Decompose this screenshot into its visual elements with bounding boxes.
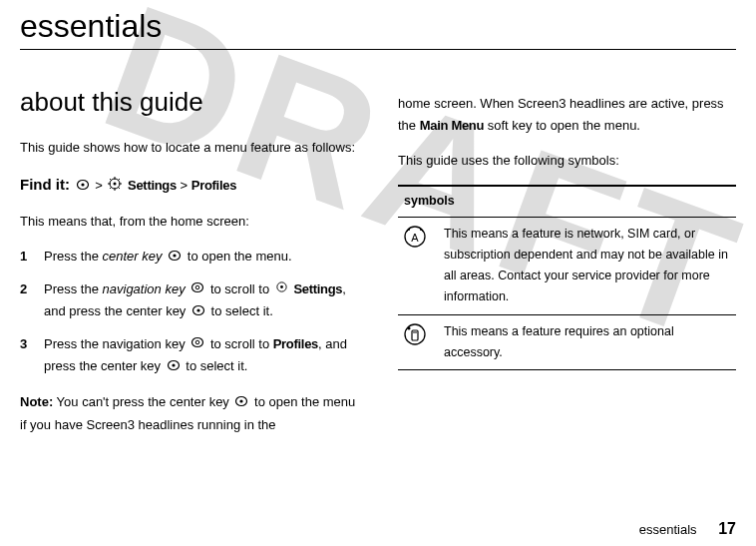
svg-point-31	[420, 229, 422, 231]
step-number: 1	[20, 246, 44, 269]
svg-point-32	[405, 324, 425, 344]
step-number: 3	[20, 333, 44, 378]
svg-point-20	[192, 338, 203, 347]
find-it-settings: Settings	[128, 178, 177, 193]
svg-point-17	[280, 285, 283, 288]
center-key-icon	[167, 356, 181, 378]
svg-point-25	[240, 399, 243, 402]
text: You can't press the center key	[53, 394, 232, 409]
svg-line-9	[118, 187, 120, 189]
center-key-icon	[76, 176, 90, 198]
symbols-table: symbols A This means a feature is networ…	[398, 185, 736, 370]
step-2: 2 Press the navigation key to scroll to …	[20, 278, 358, 323]
accessory-required-icon	[398, 314, 438, 370]
right-column: home screen. When Screen3 headlines are …	[398, 80, 736, 449]
svg-line-10	[110, 187, 112, 189]
svg-point-19	[196, 308, 199, 311]
network-dependent-icon: A	[398, 217, 438, 314]
svg-line-8	[110, 179, 112, 181]
settings-gear-icon	[275, 278, 288, 300]
text: to open the menu.	[188, 249, 292, 264]
page-content: essentials about this guide This guide s…	[0, 8, 756, 449]
text: Press the	[44, 249, 103, 264]
symbols-lead: This guide uses the following symbols:	[398, 150, 736, 172]
step-body: Press the navigation key to scroll to Pr…	[44, 333, 358, 378]
step-number: 2	[20, 278, 44, 323]
text: to select it.	[211, 303, 273, 318]
text: Press the navigation key	[44, 336, 189, 351]
find-it-profiles: Profiles	[191, 178, 236, 193]
note-paragraph: Note: You can't press the center key to …	[20, 391, 358, 436]
columns: about this guide This guide shows how to…	[20, 80, 736, 449]
table-header: symbols	[398, 186, 736, 217]
footer-label: essentials	[639, 522, 697, 537]
step-body: Press the navigation key to scroll to Se…	[44, 278, 358, 323]
table-row: A This means a feature is network, SIM c…	[398, 217, 736, 314]
text: to scroll to	[210, 281, 273, 296]
center-key-term: center key	[103, 249, 163, 264]
center-key-icon	[234, 392, 248, 414]
page-footer: essentials 17	[639, 520, 736, 538]
intro-text: This guide shows how to locate a menu fe…	[20, 137, 358, 159]
table-row: This means a feature requires an optiona…	[398, 314, 736, 370]
chapter-title: essentials	[20, 8, 736, 45]
find-it-label: Find it:	[20, 176, 70, 193]
svg-text:A: A	[411, 232, 419, 244]
divider	[20, 49, 736, 50]
text: soft key to open the menu.	[484, 118, 640, 133]
settings-gear-icon	[108, 176, 122, 198]
step-1: 1 Press the center key to open the menu.	[20, 246, 358, 269]
svg-point-1	[81, 183, 84, 186]
nav-key-icon	[190, 333, 204, 355]
text: Press the	[44, 281, 103, 296]
note-label: Note:	[20, 394, 53, 409]
svg-point-30	[408, 229, 410, 231]
svg-point-21	[195, 341, 199, 345]
navigation-key-term: navigation key	[103, 281, 186, 296]
profiles-label: Profiles	[273, 336, 318, 351]
nav-key-icon	[190, 278, 204, 300]
step-body: Press the center key to open the menu.	[44, 246, 358, 269]
settings-label: Settings	[293, 281, 342, 296]
section-title: about this guide	[20, 80, 358, 124]
text: to scroll to	[210, 336, 273, 351]
continuation-text: home screen. When Screen3 headlines are …	[398, 93, 736, 137]
main-menu-label: Main Menu	[420, 118, 484, 133]
steps-list: 1 Press the center key to open the menu.…	[20, 246, 358, 378]
svg-point-14	[192, 283, 203, 292]
svg-point-23	[172, 363, 175, 366]
svg-line-11	[118, 179, 120, 181]
center-key-icon	[191, 301, 205, 323]
left-column: about this guide This guide shows how to…	[20, 80, 358, 449]
center-key-icon	[168, 247, 182, 269]
page-number: 17	[718, 520, 736, 537]
find-it-line: Find it: > Settings > Profiles	[20, 172, 358, 198]
symbol-desc: This means a feature is network, SIM car…	[438, 217, 736, 314]
text: to select it.	[186, 358, 247, 373]
svg-point-13	[174, 254, 177, 257]
lead-text: This means that, from the home screen:	[20, 211, 358, 233]
svg-point-15	[195, 285, 199, 289]
svg-point-3	[114, 182, 117, 185]
step-3: 3 Press the navigation key to scroll to …	[20, 333, 358, 378]
symbol-desc: This means a feature requires an optiona…	[438, 314, 736, 370]
